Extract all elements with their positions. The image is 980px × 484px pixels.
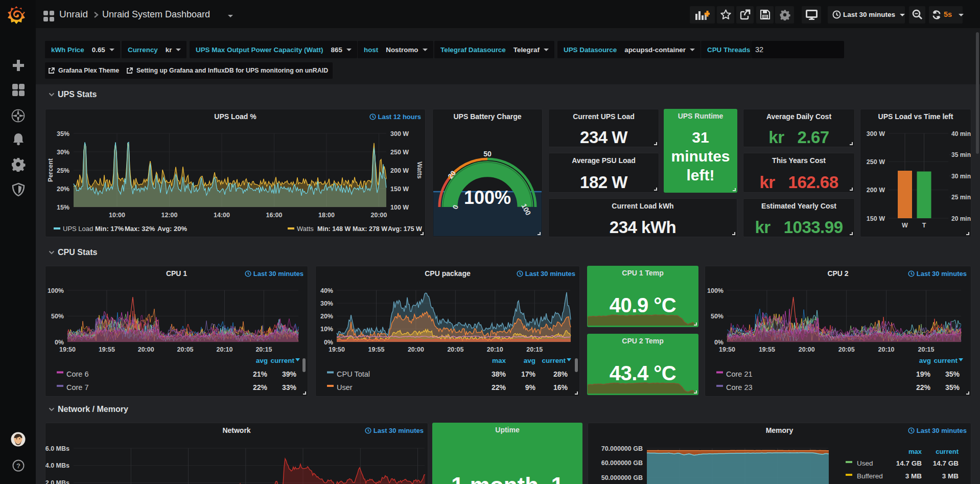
svg-text:33%: 33% [282, 383, 297, 391]
svg-text:current: current [270, 357, 294, 364]
svg-text:20:15: 20:15 [918, 346, 935, 353]
svg-text:Core 21: Core 21 [726, 370, 753, 378]
svg-text:200 W: 200 W [867, 187, 885, 194]
svg-text:Core 7: Core 7 [66, 383, 89, 391]
svg-text:22%: 22% [916, 383, 931, 391]
svg-text:35%: 35% [945, 370, 960, 378]
svg-text:?: ? [16, 462, 20, 470]
svg-text:39%: 39% [282, 370, 297, 378]
svg-text:28%: 28% [553, 370, 568, 378]
svg-text:20:00: 20:00 [408, 346, 424, 353]
svg-text:14.7 GB: 14.7 GB [933, 459, 959, 467]
svg-text:avg: avg [524, 357, 535, 364]
svg-text:current: current [934, 357, 958, 364]
svg-text:60.000000 GB: 60.000000 GB [601, 459, 643, 467]
svg-text:150 W: 150 W [867, 215, 885, 222]
svg-text:19:55: 19:55 [759, 346, 775, 353]
svg-text:70.000000 GB: 70.000000 GB [601, 445, 643, 452]
svg-text:20:05: 20:05 [447, 346, 463, 353]
svg-text:20%: 20% [320, 313, 333, 320]
svg-text:20:00: 20:00 [138, 346, 154, 353]
svg-text:14.7 GB: 14.7 GB [896, 459, 922, 467]
svg-text:max: max [492, 357, 506, 364]
svg-text:20:15: 20:15 [526, 346, 543, 353]
svg-text:100%: 100% [464, 187, 511, 208]
svg-text:17%: 17% [521, 370, 536, 378]
svg-text:22%: 22% [492, 383, 506, 391]
svg-text:19:50: 19:50 [719, 346, 735, 353]
svg-text:38%: 38% [492, 370, 506, 378]
svg-text:0%: 0% [55, 339, 64, 346]
svg-text:200 W: 200 W [390, 167, 409, 174]
svg-text:0%: 0% [714, 339, 724, 346]
svg-text:18:00: 18:00 [318, 212, 335, 219]
svg-text:3 MB: 3 MB [905, 472, 922, 480]
svg-text:4.0 MBs: 4.0 MBs [45, 462, 69, 469]
svg-text:Watts: Watts [297, 225, 314, 233]
svg-text:50: 50 [483, 150, 492, 158]
svg-text:20:05: 20:05 [838, 346, 855, 353]
svg-text:max: max [908, 448, 922, 455]
svg-text:20:10: 20:10 [217, 346, 233, 353]
svg-text:3 MB: 3 MB [942, 472, 959, 480]
svg-text:35%: 35% [57, 130, 69, 137]
svg-text:250 W: 250 W [390, 149, 409, 156]
svg-text:25 min: 25 min [951, 194, 971, 201]
svg-text:40 min: 40 min [951, 130, 971, 137]
svg-text:40%: 40% [320, 287, 333, 294]
svg-text:W: W [902, 222, 908, 229]
svg-text:19:50: 19:50 [329, 346, 345, 353]
svg-text:15%: 15% [57, 204, 69, 211]
svg-text:300 W: 300 W [867, 130, 885, 137]
svg-text:Min: 148 W: Min: 148 W [317, 225, 351, 233]
svg-text:Used: Used [857, 459, 873, 467]
svg-text:100 W: 100 W [390, 204, 409, 211]
svg-text:14:00: 14:00 [214, 212, 230, 219]
svg-text:30%: 30% [320, 300, 333, 307]
svg-text:100%: 100% [707, 287, 724, 294]
svg-text:35%: 35% [945, 383, 960, 391]
svg-text:16:00: 16:00 [266, 212, 283, 219]
svg-text:25%: 25% [57, 167, 69, 174]
svg-text:20%: 20% [57, 186, 69, 193]
svg-text:Avg: 20%: Avg: 20% [157, 225, 187, 233]
svg-text:Core 23: Core 23 [726, 383, 753, 391]
svg-text:avg: avg [256, 357, 268, 364]
svg-text:19:55: 19:55 [99, 346, 115, 353]
svg-text:19%: 19% [916, 370, 931, 378]
svg-text:avg: avg [919, 357, 931, 364]
svg-text:50%: 50% [51, 313, 64, 320]
svg-text:150 W: 150 W [390, 186, 409, 193]
svg-text:20:10: 20:10 [878, 346, 895, 353]
svg-text:35 min: 35 min [951, 151, 971, 158]
svg-text:19:55: 19:55 [368, 346, 385, 353]
svg-text:Max: 32%: Max: 32% [125, 225, 155, 233]
svg-text:10%: 10% [320, 326, 333, 333]
svg-text:30 min: 30 min [951, 173, 971, 180]
svg-text:CPU Total: CPU Total [337, 370, 370, 378]
svg-text:6.0 MBs: 6.0 MBs [45, 445, 69, 452]
svg-text:0%: 0% [324, 339, 333, 346]
svg-text:Min: 17%: Min: 17% [95, 225, 124, 233]
svg-text:Avg: 175 W: Avg: 175 W [388, 225, 422, 233]
svg-text:UPS Load: UPS Load [63, 225, 93, 233]
svg-text:300 W: 300 W [390, 130, 409, 137]
svg-text:250 W: 250 W [867, 158, 885, 166]
svg-text:9%: 9% [525, 383, 536, 391]
svg-text:Core 6: Core 6 [66, 370, 89, 378]
svg-text:current: current [542, 357, 566, 364]
svg-text:current: current [936, 448, 959, 455]
svg-text:21%: 21% [253, 370, 268, 378]
svg-text:Percent: Percent [47, 158, 54, 182]
svg-text:20 min: 20 min [951, 215, 971, 222]
svg-text:30%: 30% [57, 149, 69, 156]
svg-text:22%: 22% [253, 383, 268, 391]
svg-text:20:15: 20:15 [255, 346, 272, 353]
svg-text:T: T [922, 222, 926, 229]
svg-text:20:10: 20:10 [487, 346, 503, 353]
svg-text:20:00: 20:00 [799, 346, 815, 353]
svg-text:Buffered: Buffered [857, 472, 883, 480]
svg-text:16%: 16% [553, 383, 568, 391]
svg-text:50%: 50% [711, 313, 724, 320]
svg-text:20:05: 20:05 [177, 346, 194, 353]
